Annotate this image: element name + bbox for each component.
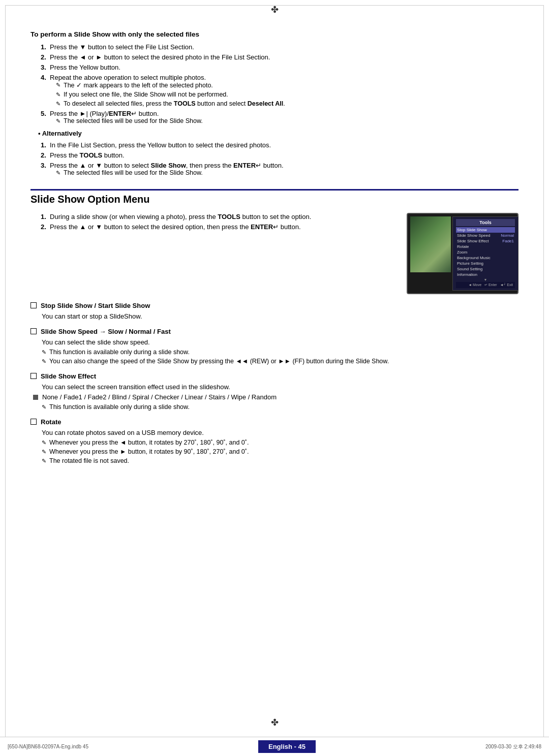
tv-menu-bgmusic: Background Music bbox=[456, 255, 515, 261]
tv-menu-picture: Picture Setting bbox=[456, 261, 515, 266]
footer-center: English - 45 bbox=[258, 740, 316, 753]
footer-left: [650-NA]BN68-02097A-Eng.indb 45 bbox=[8, 744, 88, 749]
tv-menu-rotate: Rotate bbox=[456, 244, 515, 249]
tv-menu-title: Tools bbox=[456, 219, 515, 226]
tv-menu-sound: Sound Setting bbox=[456, 266, 515, 272]
tv-menu-speed: Slide Show SpeedNormal bbox=[456, 233, 515, 238]
footer-bar: [650-NA]BN68-02097A-Eng.indb 45 English … bbox=[0, 737, 549, 756]
page-border bbox=[5, 5, 544, 751]
tv-menu-effect: Slide Show EffectFade1 bbox=[456, 238, 515, 244]
compass-top: ✤ bbox=[271, 4, 279, 15]
tv-menu-stop: Stop Slide Show bbox=[456, 227, 515, 233]
tv-menu-info: Information bbox=[456, 272, 515, 277]
tv-image-col: Tools Stop Slide Show Slide Show SpeedNo… bbox=[407, 213, 518, 294]
compass-bottom: ✤ bbox=[271, 717, 279, 728]
tv-menu-zoom: Zoom bbox=[456, 249, 515, 255]
footer-right: 2009-03-30 오후 2:49:48 bbox=[485, 743, 541, 750]
tv-bottom-bar: ◄ Move ↵ Enter ◄┘ Exit bbox=[456, 282, 515, 288]
tv-screen: Tools Stop Slide Show Slide Show SpeedNo… bbox=[407, 213, 518, 294]
